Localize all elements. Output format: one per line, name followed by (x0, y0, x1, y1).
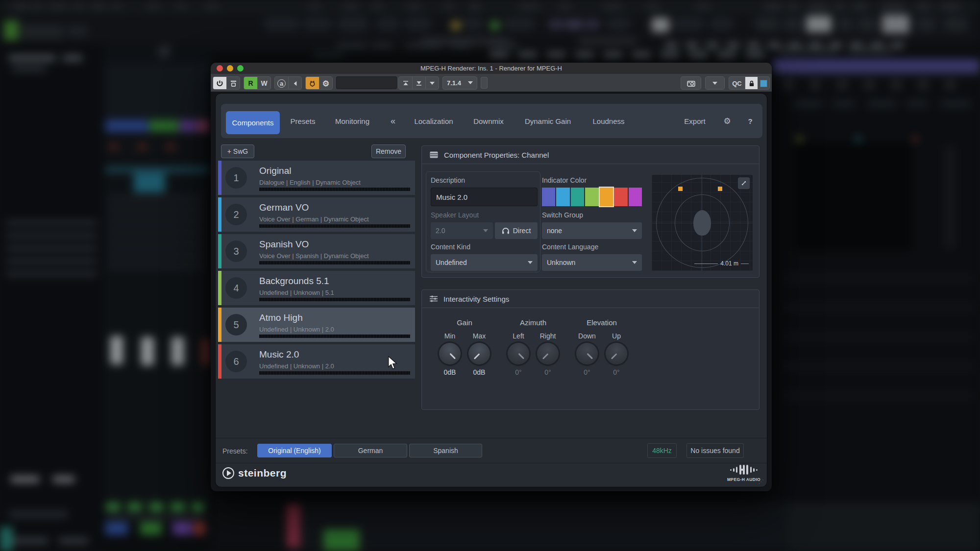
preset-german-button[interactable]: German (334, 444, 407, 457)
gear-icon: ⚙ (322, 79, 329, 88)
preset-spanish-button[interactable]: Spanish (409, 444, 482, 457)
preset-original-button[interactable]: Original (English) (257, 444, 332, 457)
tab-dynamic-gain[interactable]: Dynamic Gain (525, 104, 571, 138)
description-input[interactable]: Music 2.0 (431, 188, 538, 206)
tab-monitoring[interactable]: Monitoring (335, 104, 369, 138)
color-swatch-selected[interactable] (600, 188, 613, 206)
plugin-toolbar: R W a ⚙ 7.1.4 (211, 74, 772, 92)
azimuth-left-label: Left (513, 332, 524, 340)
gain-min-knob[interactable] (439, 343, 461, 364)
color-swatch[interactable] (542, 188, 555, 206)
qc-lock-button[interactable] (745, 77, 758, 90)
color-swatch[interactable] (614, 188, 627, 206)
mpegh-logo-icon (730, 464, 758, 475)
switch-group-select[interactable]: none (542, 222, 642, 239)
color-swatch[interactable] (585, 188, 598, 206)
component-number: 1 (225, 167, 247, 189)
switch-group-value: none (547, 227, 562, 235)
previous-preset-button[interactable] (399, 77, 412, 90)
steinberg-logo: steinberg (222, 467, 287, 479)
speaker-dot-right[interactable] (718, 187, 722, 191)
gain-min-value: 0dB (444, 368, 456, 376)
chevron-down-icon (528, 261, 533, 264)
qc-focus-button[interactable] (758, 77, 769, 90)
steinberg-wordmark: steinberg (238, 467, 287, 479)
tab-components[interactable]: Components (226, 111, 280, 134)
gain-max-knob[interactable] (468, 343, 490, 364)
component-color-bar (218, 308, 221, 342)
component-row-original[interactable]: 1 Original Dialogue | English | Dynamic … (218, 161, 415, 195)
tab-bar: Components Presets Monitoring « Localiza… (221, 104, 762, 138)
color-swatch[interactable] (556, 188, 569, 206)
toolbar-divider (481, 77, 488, 89)
quick-controls-button[interactable] (306, 77, 319, 90)
next-preset-button[interactable] (412, 77, 425, 90)
presets-divider (216, 438, 767, 438)
snapshot-menu-button[interactable] (706, 77, 724, 90)
speaker-layout-select[interactable]: 2.0 (431, 222, 493, 239)
channel-layout-select[interactable]: 7.1.4 (442, 76, 477, 90)
settings-gear-icon[interactable]: ⚙ (723, 104, 731, 138)
activate-plugin-button[interactable] (213, 77, 226, 90)
component-number: 5 (225, 314, 247, 335)
bypass-icon (230, 80, 237, 87)
chevron-down-icon (468, 81, 473, 84)
color-swatch[interactable] (629, 188, 642, 206)
tab-localization[interactable]: Localization (414, 104, 453, 138)
component-row-german-vo[interactable]: 2 German VO Voice Over | German | Dynami… (218, 197, 415, 232)
switch-group-label: Switch Group (542, 211, 583, 219)
elevation-up-label: Up (612, 332, 621, 340)
switch-ab-button[interactable]: a (275, 77, 288, 90)
gain-max-value: 0dB (473, 368, 486, 376)
component-subtitle: Undefined | Unknown | 2.0 (259, 362, 334, 370)
headphones-icon (502, 227, 510, 234)
plugin-content: Components Presets Monitoring « Localiza… (215, 93, 767, 487)
chevron-down-icon (483, 229, 488, 232)
preset-menu-button[interactable] (425, 77, 439, 90)
tab-downmix[interactable]: Downmix (473, 104, 504, 138)
add-swg-button[interactable]: + SwG (221, 144, 254, 158)
properties-header: Component Properties: Channel (422, 146, 759, 164)
component-row-atmo-high[interactable]: 5 Atmo High Undefined | Unknown | 2.0 (218, 308, 415, 342)
snapshot-button[interactable] (681, 77, 701, 90)
write-automation-button[interactable]: W (257, 77, 270, 90)
color-swatch[interactable] (571, 188, 584, 206)
export-button[interactable]: Export (684, 104, 705, 138)
component-row-backgrounds[interactable]: 4 Backgrounds 5.1 Undefined | Unknown | … (218, 271, 415, 305)
toolbar-settings-button[interactable]: ⚙ (319, 77, 332, 90)
interactivity-title: Interactivity Settings (443, 295, 509, 303)
component-title: Music 2.0 (259, 349, 299, 360)
component-row-music[interactable]: 6 Music 2.0 Undefined | Unknown | 2.0 (218, 344, 415, 379)
tab-loudness[interactable]: Loudness (592, 104, 624, 138)
chevron-down-icon (632, 261, 637, 264)
elevation-down-knob[interactable] (576, 343, 598, 364)
azimuth-right-knob[interactable] (537, 343, 559, 364)
arrow-up-icon (402, 80, 409, 87)
help-button[interactable]: ? (748, 104, 752, 138)
copy-ab-button[interactable] (288, 77, 301, 90)
resize-grip[interactable]: ⋰ (759, 479, 764, 485)
content-language-select[interactable]: Unknown (542, 254, 642, 271)
component-row-spanish-vo[interactable]: 3 Spanish VO Voice Over | Spanish | Dyna… (218, 234, 415, 268)
qc-button[interactable]: QC (729, 77, 745, 90)
speaker-layout-value: 2.0 (436, 227, 445, 235)
direct-button[interactable]: Direct (495, 222, 538, 239)
remove-component-button[interactable]: Remove (371, 144, 406, 158)
component-title: Original (259, 166, 291, 176)
window-titlebar: MPEG-H Renderer: Ins. 1 - Renderer for M… (211, 63, 772, 74)
preset-name-field[interactable] (336, 76, 397, 89)
status-badge: No issues found (686, 443, 744, 458)
tab-presets[interactable]: Presets (291, 104, 316, 138)
arrow-left-icon (292, 80, 298, 87)
expand-radar-button[interactable] (738, 177, 750, 189)
speaker-dot-left[interactable] (678, 187, 683, 191)
read-automation-button[interactable]: R (244, 77, 257, 90)
gain-max-label: Max (473, 332, 486, 340)
bypass-button[interactable] (226, 77, 240, 90)
description-label: Description (431, 176, 465, 184)
speaker-layout-label: Speaker Layout (431, 211, 479, 219)
elevation-up-knob[interactable] (606, 343, 627, 364)
collapse-tabs-button[interactable]: « (391, 104, 395, 138)
content-kind-select[interactable]: Undefined (431, 254, 538, 271)
azimuth-left-knob[interactable] (508, 343, 529, 364)
